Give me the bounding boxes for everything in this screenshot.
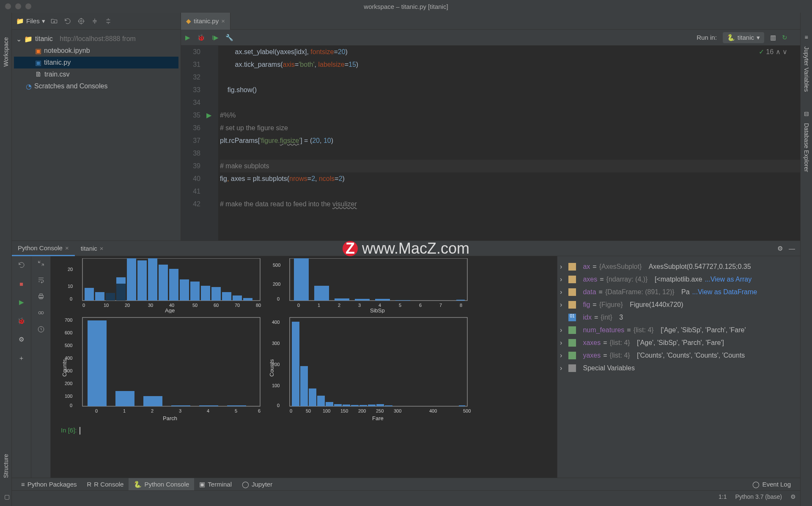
svg-rect-42 bbox=[314, 286, 329, 301]
console-tab-titanic[interactable]: titanic × bbox=[75, 241, 110, 256]
target-icon[interactable] bbox=[77, 16, 86, 26]
variables-panel[interactable]: › ax = {AxesSubplot} AxesSubplot(0.54772… bbox=[557, 256, 800, 478]
tree-scratches[interactable]: ◔ Scratches and Consoles bbox=[14, 80, 178, 92]
soft-wrap-icon[interactable] bbox=[37, 276, 45, 285]
svg-rect-64 bbox=[143, 396, 162, 406]
window-controls[interactable] bbox=[5, 3, 31, 9]
svg-rect-94 bbox=[359, 405, 367, 406]
editor-tab-titanic[interactable]: ◆ titanic.py × bbox=[181, 13, 230, 30]
code-content[interactable]: ax.set_ylabel(yaxes[idx], fontsize=20)✓ … bbox=[218, 46, 800, 241]
run-gutter[interactable]: ▶ bbox=[206, 46, 218, 241]
project-tree[interactable]: ⌄ 📁 titanic http://localhost:8888 from ▣… bbox=[12, 30, 181, 96]
database-icon[interactable]: ⊟ bbox=[804, 110, 809, 117]
console-tab-python[interactable]: Python Console × bbox=[12, 241, 75, 256]
execute-icon[interactable] bbox=[37, 260, 45, 268]
jupyter-variables-tab[interactable]: Jupyter Variables bbox=[802, 45, 811, 93]
scratches-icon: ◔ bbox=[26, 82, 32, 90]
prev-problem-icon[interactable]: ∧ bbox=[776, 48, 781, 55]
var-idx[interactable]: 01 idx = {int} 3 bbox=[557, 311, 800, 324]
var-special[interactable]: › Special Variables bbox=[557, 362, 800, 375]
tree-root[interactable]: ⌄ 📁 titanic http://localhost:8888 from bbox=[14, 33, 178, 45]
file-icon: 🗎 bbox=[35, 71, 42, 78]
layout-icon[interactable]: ▥ bbox=[770, 34, 776, 41]
rerun-icon[interactable] bbox=[16, 260, 27, 271]
structure-toolwindow-tab[interactable]: Structure bbox=[2, 451, 10, 481]
new-folder-icon[interactable] bbox=[49, 16, 59, 26]
svg-text:3: 3 bbox=[358, 303, 361, 308]
minimize-icon[interactable]: — bbox=[789, 245, 795, 252]
gear-icon[interactable]: ⚙ bbox=[790, 493, 796, 500]
var-num-features[interactable]: › num_features = {list: 4} ['Age', 'SibS… bbox=[557, 324, 800, 336]
var-fig[interactable]: › fig = {Figure} Figure(1440x720) bbox=[557, 298, 800, 311]
gear-icon[interactable]: ⚙ bbox=[777, 245, 783, 252]
svg-text:1: 1 bbox=[123, 408, 126, 413]
stop-icon[interactable]: ■ bbox=[16, 278, 27, 289]
close-icon[interactable]: × bbox=[221, 17, 225, 25]
tab-terminal[interactable]: ▣Terminal bbox=[194, 478, 237, 491]
tree-file-csv[interactable]: 🗎 train.csv bbox=[14, 68, 178, 80]
close-icon[interactable]: × bbox=[65, 244, 69, 252]
wrench-icon[interactable]: 🔧 bbox=[225, 34, 233, 41]
add-icon[interactable]: ＋ bbox=[16, 353, 27, 364]
interpreter-selector[interactable]: 🐍 titanic ▾ bbox=[723, 32, 764, 43]
menu-icon[interactable]: ≡ bbox=[804, 34, 808, 41]
tree-file-notebook[interactable]: ▣ notebook.ipynb bbox=[14, 45, 178, 57]
collapse-icon[interactable] bbox=[90, 16, 99, 26]
toggle-panels-icon[interactable]: ▢ bbox=[4, 493, 10, 500]
database-explorer-tab[interactable]: Database Explorer bbox=[802, 121, 811, 174]
interpreter-status[interactable]: Python 3.7 (base) bbox=[735, 493, 782, 500]
close-icon[interactable]: × bbox=[100, 245, 104, 252]
step-icon[interactable]: I▶ bbox=[212, 34, 219, 41]
svg-text:3: 3 bbox=[179, 408, 181, 413]
debug-attach-icon[interactable]: 🐞 bbox=[16, 315, 27, 326]
next-problem-icon[interactable]: ∨ bbox=[782, 48, 787, 55]
left-toolwindow-rail: Workspace bbox=[0, 13, 12, 506]
refresh-icon[interactable] bbox=[63, 16, 72, 26]
debug-icon[interactable]: 🐞 bbox=[197, 34, 205, 41]
svg-text:2: 2 bbox=[338, 303, 340, 308]
window-title: workspace – titanic.py [titanic] bbox=[364, 3, 448, 10]
svg-text:4: 4 bbox=[207, 408, 209, 413]
var-ax[interactable]: › ax = {AxesSubplot} AxesSubplot(0.54772… bbox=[557, 260, 800, 273]
console-output[interactable]: 20100 01020304050607080 Age bbox=[51, 256, 557, 478]
console-tabs: Python Console × titanic × Z www.MacZ.co… bbox=[12, 241, 800, 256]
chart-sibsp: 5002000 012345678 SibSp bbox=[266, 258, 474, 313]
run-cell-icon[interactable]: ▶ bbox=[185, 34, 190, 41]
svg-text:0: 0 bbox=[82, 303, 85, 308]
resume-icon[interactable]: ▶ bbox=[16, 297, 27, 308]
tab-python-packages[interactable]: ≡Python Packages bbox=[16, 478, 82, 491]
code-editor[interactable]: 30313233343536373839404142 ▶ ax.set_ylab… bbox=[181, 46, 800, 241]
svg-rect-86 bbox=[292, 322, 299, 406]
svg-text:Counts: Counts bbox=[269, 359, 275, 377]
expand-icon[interactable] bbox=[104, 16, 113, 26]
svg-text:20: 20 bbox=[125, 303, 130, 308]
files-view-selector[interactable]: 📁 Files ▾ bbox=[16, 17, 45, 25]
svg-rect-96 bbox=[376, 404, 384, 406]
show-vars-icon[interactable] bbox=[37, 309, 45, 318]
problems-count[interactable]: 16 bbox=[766, 48, 774, 55]
svg-text:200: 200 bbox=[358, 408, 366, 413]
tab-jupyter[interactable]: ◯Jupyter bbox=[237, 478, 277, 491]
file-label: train.csv bbox=[44, 71, 70, 78]
titlebar: workspace – titanic.py [titanic] bbox=[0, 0, 812, 13]
print-icon[interactable] bbox=[37, 293, 45, 301]
var-data[interactable]: › data = {DataFrame: (891, 12)} Pa...Vie… bbox=[557, 286, 800, 298]
console-prompt[interactable]: In [6]: bbox=[59, 423, 549, 438]
svg-text:10: 10 bbox=[68, 284, 73, 289]
var-axes[interactable]: › axes = {ndarray: (4,)} [<matplotlib.ax… bbox=[557, 273, 800, 286]
var-yaxes[interactable]: › yaxes = {list: 4} ['Counts', 'Counts',… bbox=[557, 349, 800, 362]
console-secondary-toolbar bbox=[31, 256, 51, 478]
tree-file-titanic[interactable]: ▣ titanic.py bbox=[14, 57, 178, 68]
svg-text:20: 20 bbox=[68, 267, 73, 272]
tab-r-console[interactable]: RR Console bbox=[82, 478, 129, 491]
svg-rect-13 bbox=[127, 258, 136, 301]
tab-python-console[interactable]: 🐍Python Console bbox=[129, 478, 194, 491]
history-icon[interactable] bbox=[37, 325, 45, 334]
tab-event-log[interactable]: ◯Event Log bbox=[747, 478, 796, 491]
settings-icon[interactable]: ⚙ bbox=[16, 334, 27, 345]
sync-icon[interactable]: ↻ bbox=[782, 34, 787, 41]
var-xaxes[interactable]: › xaxes = {list: 4} ['Age', 'SibSp', 'Pa… bbox=[557, 336, 800, 349]
caret-position[interactable]: 1:1 bbox=[719, 493, 727, 500]
svg-rect-41 bbox=[294, 258, 309, 301]
workspace-toolwindow-tab[interactable]: Workspace bbox=[2, 34, 10, 70]
